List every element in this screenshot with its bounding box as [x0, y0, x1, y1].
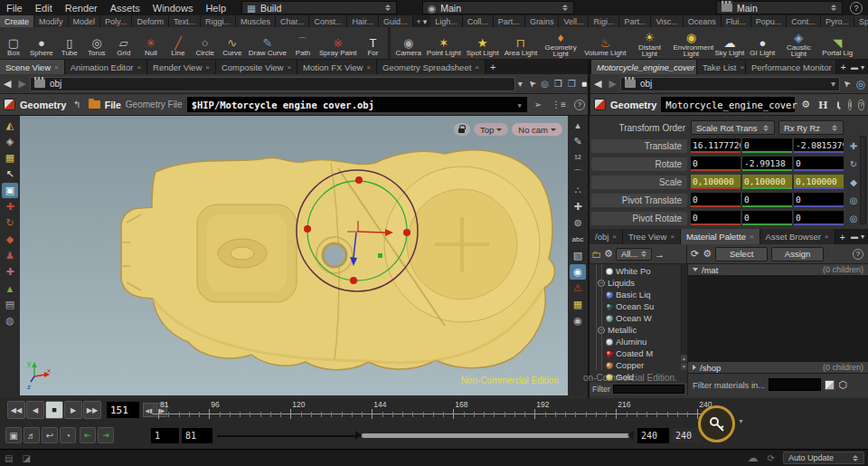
- key-options-dropdown-icon[interactable]: ▼: [738, 418, 744, 424]
- tool-portal-lig[interactable]: ◥Portal Lig: [819, 27, 855, 59]
- browser-tab-material-palette[interactable]: Material Palette×: [681, 229, 760, 244]
- parm-handle-icon[interactable]: ✚: [846, 141, 861, 151]
- parm-input[interactable]: 0: [794, 193, 844, 207]
- refresh-icon[interactable]: ⟳: [691, 248, 699, 260]
- tool-line[interactable]: ╱Line: [165, 27, 192, 59]
- handles-icon[interactable]: ✚: [570, 199, 586, 214]
- goto-range-end-button[interactable]: ⇥: [98, 427, 114, 443]
- grid-icon[interactable]: ▦: [570, 297, 586, 312]
- path-dropdown-icon[interactable]: ▾: [831, 79, 835, 89]
- tool-spot-light[interactable]: ★Spot Light: [464, 27, 502, 59]
- mat-network-area[interactable]: [688, 276, 868, 362]
- tree-filter-input[interactable]: [613, 385, 684, 394]
- tree-item-metallic[interactable]: −Metallic: [590, 324, 687, 336]
- browser-tab--obj[interactable]: /obj×: [590, 229, 623, 244]
- tool-for[interactable]: TFor: [359, 27, 386, 59]
- shelf-tab-cont[interactable]: Cont...: [787, 15, 821, 27]
- tree-item-aluminu[interactable]: Aluminu: [590, 336, 687, 347]
- tool-torus[interactable]: ◎Torus: [83, 27, 110, 59]
- radial-menu-icon[interactable]: ◎: [854, 78, 868, 90]
- tool-path[interactable]: ⌒Path: [289, 27, 316, 59]
- radial-menu-icon[interactable]: ◎: [538, 79, 552, 89]
- parm-input[interactable]: 0: [794, 157, 844, 171]
- tree-item-copper[interactable]: Copper: [590, 359, 687, 371]
- tree-item-liquids[interactable]: −Liquids: [590, 277, 687, 289]
- cube-filter-icon[interactable]: [825, 380, 835, 390]
- browser-tab-tree-view[interactable]: Tree View×: [623, 229, 681, 244]
- view-tool[interactable]: ◭: [2, 118, 18, 133]
- tool-distant-light[interactable]: ☀Distant Light: [628, 27, 670, 59]
- close-icon[interactable]: ×: [287, 63, 291, 71]
- pane-tab-render-view[interactable]: Render View×: [147, 60, 216, 74]
- translate-tool[interactable]: ✚: [2, 199, 18, 214]
- shelf-tab-char[interactable]: Char...: [276, 15, 310, 27]
- parm-input[interactable]: 16.1177726: [691, 138, 741, 153]
- viewport-lock-button[interactable]: [454, 123, 470, 136]
- status-layers-icon[interactable]: ◪: [17, 453, 34, 463]
- expand-arrows-icon[interactable]: ▴: [570, 118, 586, 133]
- shelf-tab-part[interactable]: Part...: [619, 15, 651, 27]
- pane-dropdown-icon[interactable]: ▾: [861, 233, 864, 241]
- pose-tool[interactable]: ♟: [2, 248, 18, 263]
- tree-scrollbar[interactable]: ▲ ▼: [681, 264, 687, 370]
- help-icon[interactable]: ?: [853, 249, 863, 260]
- realtime-button[interactable]: ◔: [60, 427, 76, 443]
- close-icon[interactable]: ×: [740, 63, 744, 71]
- select-button[interactable]: Select: [715, 247, 768, 262]
- gear-icon[interactable]: ⚙: [799, 99, 812, 110]
- pane-tab-motorcycle-engine-cover[interactable]: Motorcycle_engine_cover×: [591, 60, 697, 74]
- path-dropdown-icon[interactable]: ▾: [515, 79, 525, 89]
- tool-box[interactable]: ▢Box: [0, 27, 27, 59]
- point-numbers-icon[interactable]: ¹²: [570, 150, 586, 166]
- parm-input[interactable]: 0,100000: [742, 175, 792, 189]
- parm-input[interactable]: 0,100000: [794, 175, 844, 189]
- close-icon[interactable]: ×: [475, 63, 479, 71]
- tool-geometry-light[interactable]: ♦Geometry Light: [540, 27, 581, 59]
- pane-tab-geometry-spreadsheet[interactable]: Geometry Spreadsheet×: [377, 60, 486, 74]
- pane-tab-take-list[interactable]: Take List×: [697, 60, 746, 74]
- browser-tab-asset-browser[interactable]: Asset Browser×: [760, 229, 835, 244]
- pane-tab-animation-editor[interactable]: Animation Editor×: [65, 60, 147, 74]
- rotate-tool[interactable]: ↻: [2, 215, 18, 231]
- file-tab-label[interactable]: File: [105, 100, 121, 110]
- close-icon[interactable]: ×: [670, 233, 675, 241]
- shelf-tab-deform[interactable]: Deform: [132, 15, 169, 27]
- shelf-tab-muscles[interactable]: Muscles: [236, 15, 276, 27]
- shelf-tab-hair[interactable]: Hair...: [347, 15, 379, 27]
- tool-area-light[interactable]: ⊓Area Light: [502, 27, 540, 59]
- tool-caustic-light[interactable]: ◈Caustic Light: [778, 27, 819, 59]
- parm-input[interactable]: -2.99138: [742, 157, 792, 171]
- shelf-tab-pyro[interactable]: Pyro...: [821, 15, 854, 27]
- tool-draw-curve[interactable]: ✎Draw Curve: [246, 27, 289, 59]
- tree-item-white-po[interactable]: White Po: [590, 265, 687, 277]
- shelf-tab-popu[interactable]: Popu...: [751, 15, 788, 27]
- menu-file[interactable]: File: [0, 0, 29, 15]
- parm-sliders-icon[interactable]: ⋮≡: [549, 100, 569, 109]
- parm-input[interactable]: -2.0815379: [794, 138, 844, 153]
- cook-refresh-icon[interactable]: ⟳: [763, 453, 779, 463]
- tool-environment-light[interactable]: ◉Environment Light: [670, 27, 712, 59]
- tree-item-gold[interactable]: Gold: [590, 371, 687, 383]
- menu-assets[interactable]: Assets: [104, 0, 146, 15]
- node-name-input[interactable]: Motorcycle_engine_cover: [661, 97, 795, 112]
- search-icon[interactable]: [837, 101, 839, 108]
- range-slider[interactable]: [362, 433, 629, 438]
- shelf-tab-spar[interactable]: Spar...: [854, 15, 868, 27]
- tool-point-light[interactable]: ✶Point Light: [424, 27, 464, 59]
- gear-icon[interactable]: ⚙: [604, 248, 613, 260]
- camera-menu-button[interactable]: No cam: [512, 123, 562, 136]
- shelf-tab-grains[interactable]: Grains: [525, 15, 560, 27]
- add-pane-tab-icon[interactable]: +: [835, 229, 850, 244]
- scale-tool[interactable]: ◆: [2, 232, 18, 247]
- close-icon[interactable]: ×: [825, 233, 829, 241]
- shelf-tab-ligh[interactable]: Ligh...: [430, 15, 463, 27]
- scroll-down-icon[interactable]: ▼: [681, 363, 687, 370]
- status-clipboard-icon[interactable]: ▤: [0, 453, 17, 463]
- shop-section-header[interactable]: /shop (0 children): [688, 362, 868, 374]
- parm-input[interactable]: 0: [742, 211, 792, 225]
- pane-tab-scene-view[interactable]: Scene View×: [0, 60, 65, 74]
- tool-grid[interactable]: ▱Grid: [110, 27, 137, 59]
- auto-key-button[interactable]: [698, 405, 735, 442]
- main-selector[interactable]: ◉ Main: [422, 1, 574, 14]
- tree-item-ocean-w[interactable]: Ocean W: [590, 312, 687, 324]
